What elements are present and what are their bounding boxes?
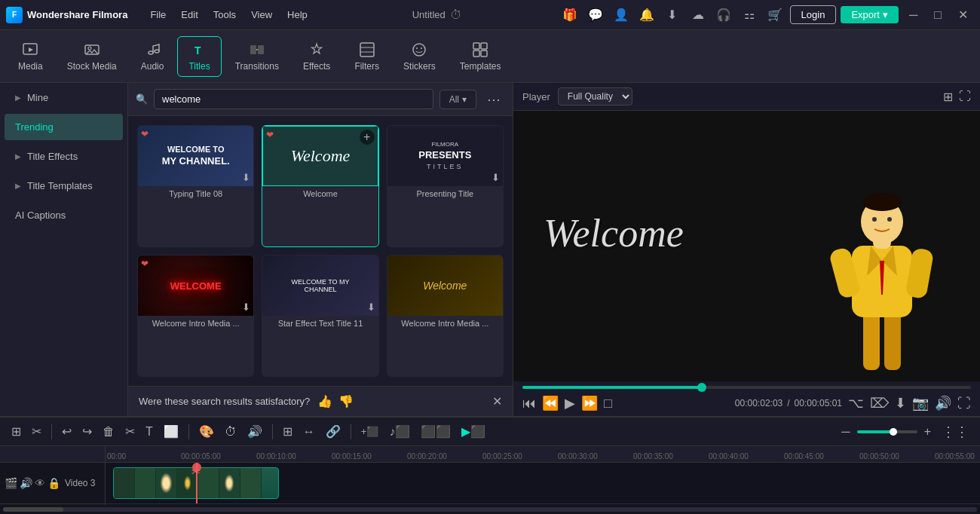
tl-delete-button[interactable]: 🗑 bbox=[99, 423, 118, 441]
quality-select[interactable]: Full Quality 1/2 Quality 1/4 Quality bbox=[558, 87, 632, 106]
thumbnail-intro2[interactable]: Welcome Welcome Intro Media ... bbox=[387, 255, 504, 377]
app-name: Wondershare Filmora bbox=[27, 9, 127, 20]
tl-redo-button[interactable]: ↪ bbox=[78, 422, 96, 441]
media-toolbar: Media Stock Media Audio T Titles Transit… bbox=[0, 30, 980, 83]
tl-snap-button[interactable]: ⊞ bbox=[8, 422, 25, 441]
playback-controls: ⏮ ⏪ ▶ ⏩ □ 00:00:02:03 / 00:00:05:01 ⌥ ⌦ … bbox=[522, 395, 971, 412]
media-tab-audio[interactable]: Audio bbox=[130, 37, 175, 76]
media-tab-titles[interactable]: T Titles bbox=[177, 36, 221, 77]
timeline-scrollable[interactable]: 00:00 00:00:05:00 00:00:10:00 00:00:15:0… bbox=[106, 446, 980, 505]
tl-grid-button[interactable]: ⋮⋮ bbox=[938, 421, 972, 442]
split-view-icon[interactable]: ⊞ bbox=[943, 90, 953, 104]
tl-pip-button[interactable]: ⊞ bbox=[279, 422, 296, 441]
menu-tools[interactable]: Tools bbox=[206, 6, 243, 23]
play-button[interactable]: ▶ bbox=[565, 395, 575, 412]
sidebar-item-title-templates[interactable]: ▶ Title Templates bbox=[5, 173, 123, 199]
login-button[interactable]: Login bbox=[790, 5, 837, 24]
rewind-button[interactable]: ⏪ bbox=[542, 395, 559, 412]
track-eye-icon[interactable]: 👁 bbox=[35, 477, 45, 489]
svg-point-26 bbox=[862, 193, 902, 211]
notification-icon[interactable]: 🔔 bbox=[636, 5, 657, 26]
top-menu-bar: F Wondershare Filmora File Edit Tools Vi… bbox=[0, 0, 980, 30]
zoom-track[interactable] bbox=[857, 430, 917, 433]
media-tab-effects[interactable]: Effects bbox=[292, 37, 341, 76]
thumbnail-intro1[interactable]: ❤ WELCOME ⬇ Welcome Intro Media ... bbox=[137, 255, 254, 377]
ruler-tick-10: 00:00:50:00 bbox=[859, 452, 899, 460]
media-tab-stickers[interactable]: Stickers bbox=[393, 37, 446, 76]
download-icon[interactable]: ⬇ bbox=[662, 5, 683, 26]
more-options-button[interactable]: ⋯ bbox=[482, 90, 505, 109]
fullscreen-preview-icon[interactable]: ⛶ bbox=[959, 90, 971, 104]
thumbnail-typing-title[interactable]: ❤ WELCOME TO MY CHANNEL. ⬇ Typing Title … bbox=[137, 125, 254, 247]
thumbnail-presenting[interactable]: FILMORA PRESENTS TITLES ⬇ Presenting Tit… bbox=[387, 125, 504, 247]
menu-help[interactable]: Help bbox=[280, 6, 315, 23]
track-icons: 🎬 🔊 👁 🔒 bbox=[5, 477, 60, 489]
sidebar-item-trending[interactable]: Trending bbox=[5, 114, 123, 140]
thumbs-up-button[interactable]: 👍 bbox=[317, 394, 332, 408]
tl-crop-button[interactable]: ⬜ bbox=[160, 422, 182, 441]
trim-out-button[interactable]: ⌦ bbox=[870, 395, 889, 412]
thumbnail-star[interactable]: WELCOME TO MY CHANNEL ⬇ Star Effect Text… bbox=[262, 255, 378, 377]
svg-rect-8 bbox=[258, 45, 264, 54]
message-icon[interactable]: 💬 bbox=[585, 5, 606, 26]
gift-icon[interactable]: 🎁 bbox=[559, 5, 580, 26]
scissors-icon: ✂ bbox=[191, 466, 201, 478]
tl-add-track-button[interactable]: +⬛ bbox=[357, 424, 383, 439]
headset-icon[interactable]: 🎧 bbox=[713, 5, 734, 26]
resize-button[interactable]: ⛶ bbox=[957, 396, 971, 412]
tl-color-button[interactable]: 🎨 bbox=[195, 422, 218, 441]
tl-overlay-button[interactable]: ⬛⬛ bbox=[417, 422, 455, 441]
tl-audio-track-button[interactable]: ♪⬛ bbox=[385, 422, 414, 441]
volume-button[interactable]: 🔊 bbox=[935, 395, 951, 412]
zoom-out-button[interactable]: ─ bbox=[838, 423, 853, 441]
add-to-timeline-button[interactable]: ⬇ bbox=[895, 395, 906, 412]
account-icon[interactable]: 👤 bbox=[611, 5, 632, 26]
tl-speed-button[interactable]: ⏱ bbox=[221, 423, 240, 441]
filter-button[interactable]: All ▾ bbox=[439, 90, 476, 109]
search-input[interactable] bbox=[154, 89, 433, 109]
tl-cut-button[interactable]: ✂ bbox=[121, 422, 139, 441]
snapshot-button[interactable]: 📷 bbox=[912, 395, 929, 412]
thumbnail-welcome[interactable]: ❤ + Welcome Welcome bbox=[262, 125, 378, 247]
tl-transform-button[interactable]: ↔ bbox=[299, 423, 319, 441]
media-tab-transitions[interactable]: Transitions bbox=[225, 37, 289, 76]
forward-button[interactable]: ⏩ bbox=[581, 395, 598, 412]
menu-file[interactable]: File bbox=[142, 6, 173, 23]
progress-track[interactable] bbox=[522, 386, 971, 389]
trim-in-button[interactable]: ⌥ bbox=[848, 395, 864, 412]
zoom-thumb[interactable] bbox=[890, 428, 897, 436]
scrollbar-thumb[interactable] bbox=[3, 507, 63, 512]
thumbs-down-button[interactable]: 👎 bbox=[338, 394, 354, 408]
loop-button[interactable]: □ bbox=[604, 396, 612, 412]
shop-icon[interactable]: 🛒 bbox=[764, 5, 786, 26]
media-tab-templates[interactable]: Templates bbox=[449, 37, 512, 76]
menu-view[interactable]: View bbox=[243, 6, 280, 23]
media-tab-media[interactable]: Media bbox=[8, 37, 54, 76]
close-button[interactable]: ✕ bbox=[952, 8, 974, 22]
progress-thumb[interactable] bbox=[697, 383, 706, 392]
tl-audio-button[interactable]: 🔊 bbox=[243, 422, 266, 441]
sidebar-item-ai-captions[interactable]: AI Captions bbox=[5, 202, 123, 228]
tl-trim-button[interactable]: ✂ bbox=[28, 422, 45, 441]
scrollbar-track[interactable] bbox=[3, 507, 977, 512]
sidebar-item-mine[interactable]: ▶ Mine bbox=[5, 84, 123, 111]
maximize-button[interactable]: □ bbox=[928, 8, 948, 22]
preview-welcome-text: Welcome bbox=[544, 210, 684, 255]
zoom-in-button[interactable]: + bbox=[920, 423, 935, 441]
minimize-button[interactable]: ─ bbox=[903, 8, 923, 22]
tl-motion-button[interactable]: ▶⬛ bbox=[458, 422, 489, 441]
cloud-icon[interactable]: ☁ bbox=[688, 5, 709, 26]
menu-edit[interactable]: Edit bbox=[173, 6, 205, 23]
close-feedback-button[interactable]: ✕ bbox=[492, 394, 502, 408]
media-tab-filters[interactable]: Filters bbox=[344, 37, 390, 76]
track-audio-icon[interactable]: 🔊 bbox=[20, 477, 32, 489]
media-tab-stock[interactable]: Stock Media bbox=[57, 37, 127, 76]
sidebar-item-title-effects[interactable]: ▶ Title Effects bbox=[5, 143, 123, 170]
apps-icon[interactable]: ⚏ bbox=[739, 5, 760, 26]
tl-text-button[interactable]: T bbox=[142, 423, 157, 441]
track-lock-icon[interactable]: 🔒 bbox=[47, 477, 60, 489]
tl-undo-button[interactable]: ↩ bbox=[58, 422, 75, 441]
prev-frame-button[interactable]: ⏮ bbox=[522, 396, 536, 412]
tl-link-button[interactable]: 🔗 bbox=[322, 422, 345, 441]
export-button[interactable]: Export ▾ bbox=[841, 6, 899, 23]
